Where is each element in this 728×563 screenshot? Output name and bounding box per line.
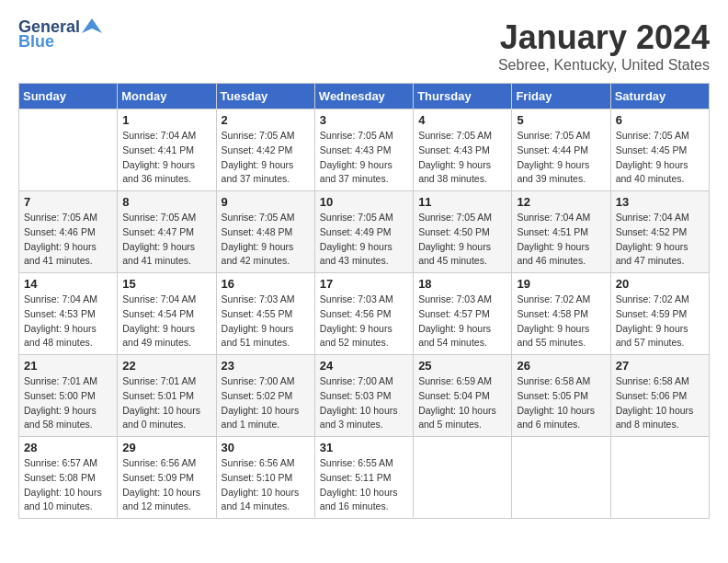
day-info: Sunrise: 7:04 AMSunset: 4:54 PMDaylight:… xyxy=(122,293,210,350)
weekday-header-cell: Tuesday xyxy=(216,84,314,109)
weekday-header-cell: Wednesday xyxy=(314,84,413,109)
day-number: 16 xyxy=(222,277,310,291)
calendar-week-row: 14Sunrise: 7:04 AMSunset: 4:53 PMDayligh… xyxy=(19,273,710,355)
day-number: 21 xyxy=(24,359,112,373)
day-info: Sunrise: 7:00 AMSunset: 5:03 PMDaylight:… xyxy=(320,374,408,432)
day-info: Sunrise: 7:02 AMSunset: 4:58 PMDaylight:… xyxy=(517,293,605,350)
day-number: 8 xyxy=(122,195,210,209)
calendar-cell: 19Sunrise: 7:02 AMSunset: 4:58 PMDayligh… xyxy=(512,273,610,355)
day-number: 17 xyxy=(320,277,408,291)
weekday-header-cell: Friday xyxy=(512,84,610,109)
weekday-header-cell: Monday xyxy=(118,84,216,109)
month-title: January 2024 xyxy=(498,18,710,57)
day-info: Sunrise: 7:05 AMSunset: 4:49 PMDaylight:… xyxy=(320,211,408,269)
title-area: January 2024 Sebree, Kentucky, United St… xyxy=(498,18,710,74)
day-info: Sunrise: 7:05 AMSunset: 4:42 PMDaylight:… xyxy=(222,129,310,187)
calendar-week-row: 1Sunrise: 7:04 AMSunset: 4:41 PMDaylight… xyxy=(19,109,710,191)
day-number: 26 xyxy=(517,359,605,373)
calendar-cell: 16Sunrise: 7:03 AMSunset: 4:55 PMDayligh… xyxy=(216,273,314,355)
weekday-header-cell: Sunday xyxy=(19,84,118,109)
day-info: Sunrise: 7:03 AMSunset: 4:56 PMDaylight:… xyxy=(320,293,408,350)
calendar-cell: 27Sunrise: 6:58 AMSunset: 5:06 PMDayligh… xyxy=(610,355,709,437)
location-text: Sebree, Kentucky, United States xyxy=(498,57,710,74)
day-info: Sunrise: 7:05 AMSunset: 4:43 PMDaylight:… xyxy=(418,129,506,187)
logo-bird-icon xyxy=(82,17,102,37)
calendar-cell: 30Sunrise: 6:56 AMSunset: 5:10 PMDayligh… xyxy=(216,437,314,519)
day-number: 27 xyxy=(616,359,704,373)
calendar-cell: 24Sunrise: 7:00 AMSunset: 5:03 PMDayligh… xyxy=(314,355,413,437)
calendar-cell: 4Sunrise: 7:05 AMSunset: 4:43 PMDaylight… xyxy=(414,109,512,191)
day-info: Sunrise: 7:05 AMSunset: 4:46 PMDaylight:… xyxy=(24,211,112,269)
day-info: Sunrise: 6:56 AMSunset: 5:10 PMDaylight:… xyxy=(222,456,310,514)
day-number: 25 xyxy=(418,359,506,373)
weekday-header-row: SundayMondayTuesdayWednesdayThursdayFrid… xyxy=(19,84,710,109)
day-info: Sunrise: 7:01 AMSunset: 5:01 PMDaylight:… xyxy=(122,374,210,432)
day-number: 4 xyxy=(418,113,506,127)
calendar-cell: 31Sunrise: 6:55 AMSunset: 5:11 PMDayligh… xyxy=(314,437,413,519)
day-number: 11 xyxy=(418,195,506,209)
day-number: 15 xyxy=(122,277,210,291)
day-number: 30 xyxy=(222,441,310,454)
calendar-body: 1Sunrise: 7:04 AMSunset: 4:41 PMDaylight… xyxy=(19,109,710,519)
calendar-cell: 1Sunrise: 7:04 AMSunset: 4:41 PMDaylight… xyxy=(118,109,216,191)
day-info: Sunrise: 7:04 AMSunset: 4:51 PMDaylight:… xyxy=(517,211,605,269)
day-number: 2 xyxy=(222,113,310,127)
day-info: Sunrise: 7:00 AMSunset: 5:02 PMDaylight:… xyxy=(222,374,310,432)
day-number: 29 xyxy=(122,441,210,454)
calendar-cell: 9Sunrise: 7:05 AMSunset: 4:48 PMDaylight… xyxy=(216,191,314,273)
calendar-cell xyxy=(610,437,709,519)
day-info: Sunrise: 7:02 AMSunset: 4:59 PMDaylight:… xyxy=(616,293,704,350)
page-header: General Blue January 2024 Sebree, Kentuc… xyxy=(18,18,710,74)
calendar-week-row: 21Sunrise: 7:01 AMSunset: 5:00 PMDayligh… xyxy=(19,355,710,437)
day-number: 22 xyxy=(122,359,210,373)
day-info: Sunrise: 7:05 AMSunset: 4:48 PMDaylight:… xyxy=(222,211,310,269)
day-number: 3 xyxy=(320,113,408,127)
day-number: 20 xyxy=(616,277,704,291)
day-info: Sunrise: 7:03 AMSunset: 4:55 PMDaylight:… xyxy=(222,293,310,350)
day-number: 18 xyxy=(418,277,506,291)
calendar-cell: 21Sunrise: 7:01 AMSunset: 5:00 PMDayligh… xyxy=(19,355,118,437)
calendar-cell: 17Sunrise: 7:03 AMSunset: 4:56 PMDayligh… xyxy=(314,273,413,355)
day-number: 6 xyxy=(616,113,704,127)
day-info: Sunrise: 6:58 AMSunset: 5:06 PMDaylight:… xyxy=(616,374,704,432)
calendar-cell: 5Sunrise: 7:05 AMSunset: 4:44 PMDaylight… xyxy=(512,109,610,191)
calendar-week-row: 7Sunrise: 7:05 AMSunset: 4:46 PMDaylight… xyxy=(19,191,710,273)
weekday-header-cell: Thursday xyxy=(414,84,512,109)
calendar-cell: 7Sunrise: 7:05 AMSunset: 4:46 PMDaylight… xyxy=(19,191,118,273)
day-number: 12 xyxy=(517,195,605,209)
calendar-cell: 29Sunrise: 6:56 AMSunset: 5:09 PMDayligh… xyxy=(118,437,216,519)
calendar-cell: 18Sunrise: 7:03 AMSunset: 4:57 PMDayligh… xyxy=(414,273,512,355)
calendar-cell: 15Sunrise: 7:04 AMSunset: 4:54 PMDayligh… xyxy=(118,273,216,355)
weekday-header-cell: Saturday xyxy=(610,84,709,109)
day-info: Sunrise: 7:01 AMSunset: 5:00 PMDaylight:… xyxy=(24,374,112,432)
day-info: Sunrise: 7:03 AMSunset: 4:57 PMDaylight:… xyxy=(418,293,506,350)
calendar-cell: 6Sunrise: 7:05 AMSunset: 4:45 PMDaylight… xyxy=(610,109,709,191)
day-info: Sunrise: 6:56 AMSunset: 5:09 PMDaylight:… xyxy=(122,456,210,514)
day-info: Sunrise: 6:57 AMSunset: 5:08 PMDaylight:… xyxy=(24,456,112,514)
day-number: 31 xyxy=(320,441,408,454)
day-info: Sunrise: 7:05 AMSunset: 4:44 PMDaylight:… xyxy=(517,129,605,187)
calendar-cell: 28Sunrise: 6:57 AMSunset: 5:08 PMDayligh… xyxy=(19,437,118,519)
day-info: Sunrise: 7:05 AMSunset: 4:45 PMDaylight:… xyxy=(616,129,704,187)
day-info: Sunrise: 6:59 AMSunset: 5:04 PMDaylight:… xyxy=(418,374,506,432)
day-info: Sunrise: 6:58 AMSunset: 5:05 PMDaylight:… xyxy=(517,374,605,432)
calendar-cell: 23Sunrise: 7:00 AMSunset: 5:02 PMDayligh… xyxy=(216,355,314,437)
day-number: 28 xyxy=(24,441,112,454)
day-number: 24 xyxy=(320,359,408,373)
calendar-cell: 12Sunrise: 7:04 AMSunset: 4:51 PMDayligh… xyxy=(512,191,610,273)
calendar-week-row: 28Sunrise: 6:57 AMSunset: 5:08 PMDayligh… xyxy=(19,437,710,519)
day-info: Sunrise: 7:05 AMSunset: 4:43 PMDaylight:… xyxy=(320,129,408,187)
calendar-cell: 3Sunrise: 7:05 AMSunset: 4:43 PMDaylight… xyxy=(314,109,413,191)
day-info: Sunrise: 7:04 AMSunset: 4:41 PMDaylight:… xyxy=(122,129,210,187)
day-info: Sunrise: 6:55 AMSunset: 5:11 PMDaylight:… xyxy=(320,456,408,514)
calendar-cell: 22Sunrise: 7:01 AMSunset: 5:01 PMDayligh… xyxy=(118,355,216,437)
calendar-cell xyxy=(512,437,610,519)
day-info: Sunrise: 7:04 AMSunset: 4:53 PMDaylight:… xyxy=(24,293,112,350)
calendar-cell: 26Sunrise: 6:58 AMSunset: 5:05 PMDayligh… xyxy=(512,355,610,437)
logo-text-blue: Blue xyxy=(18,33,54,52)
day-number: 14 xyxy=(24,277,112,291)
day-number: 7 xyxy=(24,195,112,209)
calendar-cell: 8Sunrise: 7:05 AMSunset: 4:47 PMDaylight… xyxy=(118,191,216,273)
logo: General Blue xyxy=(18,18,102,52)
svg-marker-0 xyxy=(82,18,102,33)
